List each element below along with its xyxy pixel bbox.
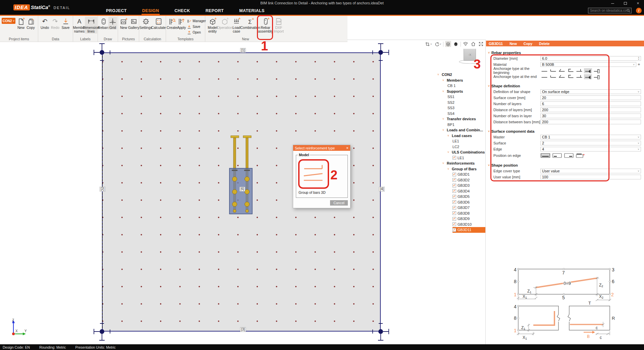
position-full-edge-icon[interactable]: [540, 153, 550, 158]
spinner-icon[interactable]: ˄˅: [638, 57, 639, 60]
tree-item-checkbox[interactable]: ✓: [452, 217, 456, 221]
position-custom-icon[interactable]: +: [576, 153, 586, 158]
surface-select[interactable]: 2˅: [540, 141, 641, 145]
material-select[interactable]: B 500B˅: [540, 62, 636, 67]
tree-item-checkbox[interactable]: ✓: [452, 195, 456, 199]
add-material-button[interactable]: +: [638, 62, 640, 67]
anchorage-straight-icon[interactable]: [540, 68, 548, 73]
diameter-input[interactable]: 6.0˄˅: [540, 56, 641, 61]
new-picture-button[interactable]: + New: [119, 17, 128, 30]
cancel-button[interactable]: Cancel: [330, 200, 348, 206]
create-template-button[interactable]: Create: [167, 17, 177, 30]
section-rebar-properties[interactable]: ˅Rebar properties: [486, 50, 644, 55]
anchorage-loop-icon[interactable]: [567, 74, 575, 79]
panel-divider-vertical[interactable]: [485, 40, 486, 344]
tree-item-checkbox[interactable]: ✓: [452, 228, 456, 232]
calculate-button[interactable]: + −× ÷ Calculate: [152, 17, 165, 30]
anchorage-perpendicular-leg-icon[interactable]: [575, 68, 583, 73]
tree-item-checkbox[interactable]: ✓: [452, 189, 456, 193]
anchorage-headed-icon[interactable]: [584, 68, 592, 73]
undo-button[interactable]: ↶ Undo: [40, 17, 50, 30]
tree-item-checkbox[interactable]: ✓: [452, 184, 456, 187]
info-button[interactable]: i: [636, 8, 642, 13]
tree-item-checkbox[interactable]: ✓: [452, 200, 456, 204]
menu-tab[interactable]: DESIGN: [142, 7, 160, 15]
rotate-view-button[interactable]: ˅: [434, 41, 442, 47]
model-entity-button[interactable]: + Model entity: [206, 17, 219, 34]
anchorage-bend-icon[interactable]: [558, 74, 566, 79]
load-case-button[interactable]: + Load case: [230, 17, 243, 34]
bar-shape-select[interactable]: On surface edge˅: [540, 89, 641, 94]
template-save-button[interactable]: Save: [187, 24, 206, 30]
template-manager-button[interactable]: Manager: [187, 18, 206, 24]
anchorage-loop-icon[interactable]: [567, 68, 575, 73]
position-right-icon[interactable]: [564, 153, 574, 158]
redo-button[interactable]: ↷ Redo: [50, 17, 60, 30]
chevron-down-icon[interactable]: ˅: [442, 79, 447, 82]
group-of-bars-3d-tile[interactable]: [301, 163, 327, 186]
project-item-selector[interactable]: CON2˅: [2, 18, 15, 24]
distance-of-layers-input[interactable]: 200: [540, 107, 641, 112]
section-surface-component-data[interactable]: ˅Surface component data: [486, 128, 644, 134]
minimize-button[interactable]: [610, 1, 615, 6]
number-of-layers-input[interactable]: 6: [540, 101, 641, 106]
menu-tab[interactable]: REPORT: [205, 7, 225, 15]
anchor-assembly[interactable]: [225, 133, 257, 215]
chevron-down-icon[interactable]: ˅: [442, 162, 447, 165]
section-shape-definition[interactable]: ˅Shape definition: [486, 83, 644, 89]
tree-item-checkbox[interactable]: ✓: [452, 173, 456, 176]
anchorage-hook-icon[interactable]: [549, 68, 557, 73]
chevron-down-icon[interactable]: ˅: [447, 150, 452, 154]
grid-button[interactable]: Grid: [108, 17, 117, 30]
search-input[interactable]: [590, 9, 627, 12]
new-rebar-button[interactable]: New: [509, 42, 517, 46]
maximize-button[interactable]: [623, 1, 628, 6]
chevron-down-icon[interactable]: ˅: [447, 167, 452, 171]
operation-button[interactable]: + Operation: [219, 17, 230, 30]
chevron-down-icon[interactable]: ˅: [447, 134, 452, 137]
save-button[interactable]: Save: [60, 17, 71, 30]
clipping-tool-button[interactable]: ˅: [425, 41, 432, 47]
home-view-button[interactable]: [470, 41, 476, 47]
combination-button[interactable]: Σ+ Combination: [243, 17, 258, 30]
anchorage-perpendicular-leg-icon[interactable]: [575, 74, 583, 79]
tree-item-checkbox[interactable]: ✓: [452, 178, 456, 182]
close-button[interactable]: ×: [635, 1, 641, 6]
delete-rebar-button[interactable]: Delete: [539, 42, 550, 46]
tree-item-checkbox[interactable]: ✓: [452, 222, 456, 226]
distance-between-bars-input[interactable]: 200: [540, 120, 641, 124]
template-open-button[interactable]: Open: [187, 30, 206, 35]
menu-tab[interactable]: PROJECT: [105, 7, 127, 15]
section-view-button[interactable]: [463, 41, 469, 47]
wireframe-view-button[interactable]: [445, 41, 451, 47]
menu-tab[interactable]: MATERIALS: [238, 7, 265, 15]
bars-in-layer-input[interactable]: 30: [540, 114, 641, 118]
rebars-button[interactable]: Rebars: [99, 17, 108, 30]
apply-template-button[interactable]: Apply: [177, 17, 186, 30]
solid-view-button[interactable]: [453, 41, 459, 47]
chevron-down-icon[interactable]: ˅: [442, 90, 447, 93]
dialog-close-icon[interactable]: ×: [346, 146, 348, 150]
dimension-lines-button[interactable]: Dimension lines: [85, 17, 97, 34]
copy-project-item-button[interactable]: Copy: [26, 17, 36, 30]
search-box[interactable]: [588, 8, 632, 13]
gallery-button[interactable]: Gallery: [128, 17, 139, 30]
anchorage-headed-icon[interactable]: [584, 74, 592, 79]
section-shape-position[interactable]: ˅Shape position: [486, 162, 644, 168]
anchorage-straight-icon[interactable]: [540, 74, 548, 79]
surface-cover-input[interactable]: 20: [540, 95, 641, 100]
user-value-input[interactable]: 100: [540, 175, 641, 179]
master-select[interactable]: CB 1˅: [540, 135, 641, 139]
chevron-down-icon[interactable]: ˅: [442, 117, 447, 121]
settings-button[interactable]: </> Settings: [140, 17, 152, 30]
anchorage-bend-icon[interactable]: [558, 68, 566, 73]
anchorage-hook-icon[interactable]: [549, 74, 557, 79]
anchorage-end-plate-icon[interactable]: [593, 74, 601, 79]
new-project-item-button[interactable]: + New: [16, 17, 26, 30]
tree-item-checkbox[interactable]: ✓: [452, 156, 456, 160]
anchorage-end-plate-icon[interactable]: [593, 68, 601, 73]
rebar-assembly-button[interactable]: + Rebar assembly: [258, 17, 273, 34]
tree-item-checkbox[interactable]: ✓: [452, 211, 456, 215]
position-left-icon[interactable]: [552, 153, 562, 158]
menu-tab[interactable]: CHECK: [174, 7, 191, 15]
